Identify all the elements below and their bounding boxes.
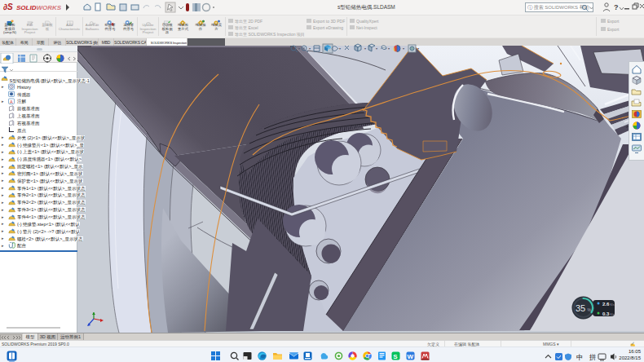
svg-text:K/s: K/s bbox=[611, 313, 615, 316]
svg-text:SOLIDWORKS: SOLIDWORKS bbox=[16, 4, 62, 11]
svg-text:▾: ▾ bbox=[376, 46, 377, 51]
svg-text:W: W bbox=[408, 353, 414, 360]
svg-text:▾: ▾ bbox=[403, 46, 404, 51]
svg-text:▾: ▾ bbox=[417, 46, 419, 51]
svg-text:35: 35 bbox=[576, 303, 585, 313]
svg-text:▾: ▾ bbox=[339, 46, 341, 51]
svg-text:A: A bbox=[10, 99, 13, 104]
svg-text:▾: ▾ bbox=[309, 46, 311, 51]
svg-text:0.3: 0.3 bbox=[602, 311, 610, 316]
svg-text:▾: ▾ bbox=[364, 46, 366, 51]
svg-text:中: 中 bbox=[576, 353, 584, 361]
svg-text:2.6: 2.6 bbox=[602, 302, 610, 307]
svg-text:▾: ▾ bbox=[388, 46, 390, 51]
svg-text:S: S bbox=[393, 353, 398, 360]
svg-text:%: % bbox=[588, 307, 592, 312]
svg-text:?: ? bbox=[614, 3, 619, 11]
svg-text:K/s: K/s bbox=[611, 303, 615, 307]
svg-text:▾: ▾ bbox=[298, 46, 300, 51]
svg-text:∂S: ∂S bbox=[3, 2, 13, 11]
svg-text:拼: 拼 bbox=[589, 353, 597, 361]
